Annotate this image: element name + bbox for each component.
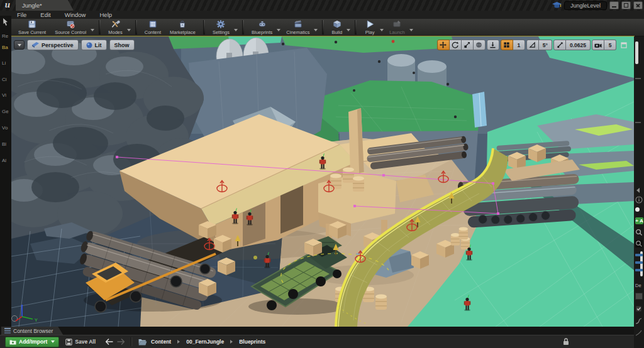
scale-tool-button[interactable] bbox=[462, 40, 474, 50]
rail-item-cinematic[interactable]: Ci bbox=[2, 77, 11, 82]
source-control-button[interactable]: Source Control bbox=[50, 19, 91, 36]
add-component-button-sliver[interactable]: + A bbox=[635, 217, 643, 224]
scale-snap-value[interactable]: 0.0625 bbox=[566, 40, 591, 50]
menu-window[interactable]: Window bbox=[58, 11, 93, 18]
breadcrumb-root[interactable]: Content bbox=[151, 339, 171, 345]
grid-snap-value[interactable]: 1 bbox=[513, 40, 525, 50]
svg-text:Y: Y bbox=[35, 318, 38, 322]
menu-bar: File Edit Window Help bbox=[0, 11, 644, 19]
cinematics-caret-icon[interactable] bbox=[314, 29, 318, 31]
rotate-tool-button[interactable] bbox=[450, 40, 462, 50]
show-menu-button[interactable]: Show bbox=[109, 40, 135, 50]
maximize-viewport-button[interactable] bbox=[618, 40, 630, 50]
right-docked-panel-sliver[interactable]: + A De bbox=[634, 36, 644, 348]
back-arrow-icon[interactable] bbox=[106, 339, 113, 345]
rail-item-lights[interactable]: Li bbox=[2, 60, 11, 66]
forward-arrow-icon[interactable] bbox=[117, 339, 125, 345]
breadcrumb-folder[interactable]: 00_FernJungle bbox=[186, 339, 224, 345]
settings-button[interactable]: Settings bbox=[208, 19, 234, 36]
camera-speed-button[interactable] bbox=[592, 40, 604, 50]
surface-snapping-button[interactable] bbox=[487, 40, 499, 50]
camera-mode-button[interactable]: Perspective bbox=[27, 40, 79, 50]
grid-snap-toggle[interactable] bbox=[501, 40, 513, 50]
grid-icon bbox=[503, 41, 510, 48]
add-import-button[interactable]: Add/Import bbox=[5, 337, 59, 347]
source-control-caret-icon[interactable] bbox=[91, 29, 94, 31]
viewport-options-menu[interactable] bbox=[14, 40, 25, 50]
cinematics-button[interactable]: Cinematics bbox=[282, 19, 314, 36]
content-grid-icon bbox=[148, 19, 158, 29]
open-folder-icon bbox=[138, 339, 147, 345]
rail-item-basic[interactable]: Ba bbox=[2, 45, 11, 50]
curve-icon bbox=[635, 329, 642, 336]
search-icon[interactable] bbox=[635, 229, 643, 236]
rail-item-all-classes[interactable]: Al bbox=[2, 158, 11, 163]
scale-snap-toggle[interactable] bbox=[553, 40, 566, 50]
world-local-toggle[interactable] bbox=[474, 40, 486, 50]
maximize-viewport-icon bbox=[621, 42, 627, 48]
rail-item-recently-placed[interactable]: Re bbox=[2, 33, 11, 39]
rail-item-visual-effects[interactable]: Vi bbox=[2, 92, 11, 98]
menu-file[interactable]: File bbox=[10, 11, 33, 18]
scale-tool-icon bbox=[464, 41, 470, 48]
build-cube-icon bbox=[332, 19, 342, 29]
maximize-button[interactable] bbox=[621, 1, 631, 9]
place-actors-icon[interactable] bbox=[2, 18, 9, 26]
rotation-snap-toggle[interactable] bbox=[526, 40, 539, 50]
blueprints-caret-icon[interactable] bbox=[277, 29, 280, 31]
checkbox-icon[interactable] bbox=[635, 305, 642, 312]
scrollbar[interactable] bbox=[635, 41, 638, 64]
thumbnail-sliver[interactable] bbox=[635, 293, 643, 300]
radio-dot-icon[interactable] bbox=[635, 207, 640, 212]
level-tab[interactable]: Jungle* bbox=[16, 0, 74, 11]
unreal-editor-window: u Jungle* JungleLevel File Edit Window H… bbox=[0, 0, 644, 348]
close-button[interactable] bbox=[633, 1, 643, 9]
rotation-snap-value[interactable]: 5° bbox=[539, 40, 552, 50]
camera-icon bbox=[594, 42, 602, 48]
content-browser-tab[interactable]: Content Browser bbox=[1, 327, 63, 335]
modes-button[interactable]: Modes bbox=[104, 19, 127, 36]
menu-edit[interactable]: Edit bbox=[33, 11, 57, 18]
menu-help[interactable]: Help bbox=[92, 11, 119, 18]
rail-item-blueprints[interactable]: Bl bbox=[2, 141, 11, 147]
toolbar-separator bbox=[322, 20, 324, 35]
selected-row-sliver[interactable] bbox=[635, 269, 643, 271]
viewport-scene-3d[interactable]: Y bbox=[11, 36, 634, 327]
modes-caret-icon[interactable] bbox=[127, 29, 131, 31]
save-all-button[interactable]: Save All bbox=[63, 339, 98, 345]
place-actors-rail: Re Ba Li Ci Vi Ge Vo Bl Al bbox=[0, 16, 11, 327]
launch-caret-icon[interactable] bbox=[409, 29, 413, 31]
camera-speed-value[interactable]: 5 bbox=[604, 40, 616, 50]
launch-button[interactable]: Launch bbox=[385, 19, 409, 36]
lock-icon[interactable] bbox=[562, 337, 570, 345]
search-icon[interactable] bbox=[635, 240, 643, 247]
blueprints-button[interactable]: Blueprints bbox=[247, 19, 277, 36]
settings-caret-icon[interactable] bbox=[234, 29, 238, 31]
content-button[interactable]: Content bbox=[140, 19, 165, 36]
chevron-down-icon bbox=[51, 340, 55, 343]
play-button[interactable]: Play bbox=[360, 19, 380, 36]
selected-row-sliver[interactable] bbox=[635, 254, 643, 256]
breadcrumb-subfolder[interactable]: Blueprints bbox=[239, 339, 265, 345]
info-icon bbox=[635, 196, 643, 204]
build-button[interactable]: Build bbox=[327, 19, 347, 36]
chevron-down-icon bbox=[18, 44, 21, 46]
title-bar[interactable]: u Jungle* JungleLevel bbox=[0, 0, 644, 11]
marketplace-button[interactable]: Marketplace bbox=[165, 19, 200, 36]
selected-row-sliver[interactable] bbox=[635, 261, 643, 264]
source-control-icon bbox=[65, 19, 75, 29]
folder-plus-icon bbox=[9, 339, 16, 345]
collapse-arrow-icon[interactable] bbox=[635, 187, 641, 193]
tutorial-cap-icon[interactable] bbox=[552, 2, 562, 9]
rail-item-volumes[interactable]: Vo bbox=[2, 125, 11, 131]
level-viewport[interactable]: Y Perspective Lit Show bbox=[11, 36, 634, 327]
minimize-button[interactable] bbox=[609, 1, 619, 9]
build-caret-icon[interactable] bbox=[347, 29, 350, 31]
save-current-button[interactable]: Save Current bbox=[14, 19, 50, 36]
play-caret-icon[interactable] bbox=[380, 29, 384, 31]
viewport-toolbar-right: 1 5° 0.0625 5 bbox=[437, 40, 630, 50]
content-browser-icon bbox=[4, 328, 11, 334]
rail-item-geometry[interactable]: Ge bbox=[2, 109, 11, 114]
view-mode-button[interactable]: Lit bbox=[81, 40, 107, 50]
translate-tool-button[interactable] bbox=[437, 40, 450, 50]
